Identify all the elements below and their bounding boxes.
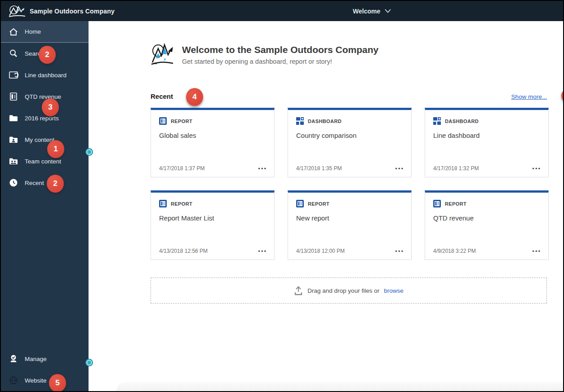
sidebar-item-website[interactable]: Website: [1, 370, 89, 391]
card-title: New report: [296, 214, 403, 222]
clock-icon: [9, 178, 18, 188]
company-logo-icon: [8, 4, 26, 18]
recent-section-header: Recent Show more...: [151, 92, 547, 100]
card-type-label: REPORT: [445, 201, 466, 207]
sidebar-item-manage[interactable]: Manage: [1, 348, 89, 370]
card-menu-ellipsis[interactable]: •••: [258, 166, 267, 172]
sidebar-item-team-content[interactable]: Team content: [1, 150, 89, 172]
sidebar: Home Search Line dashboard: [1, 21, 89, 391]
card-menu-ellipsis[interactable]: •••: [532, 248, 541, 254]
tour-hotspot-manage[interactable]: [85, 359, 93, 366]
sidebar-item-recent[interactable]: Recent: [1, 172, 89, 194]
dashboard-tile-icon: [433, 117, 441, 125]
dashboard-tile-icon: [296, 117, 304, 125]
annotation-badge-my-content: 1: [47, 140, 64, 158]
sidebar-item-label: 2016 reports: [25, 115, 59, 122]
globe-icon: [9, 375, 18, 385]
card-date: 4/17/2018 1:37 PM: [159, 165, 204, 172]
tour-hotspot-content[interactable]: [85, 148, 93, 156]
card-type-label: REPORT: [308, 201, 329, 207]
show-more-link[interactable]: Show more...: [511, 93, 547, 100]
sidebar-item-line-dashboard[interactable]: Line dashboard: [1, 64, 89, 86]
report-icon: [296, 200, 304, 207]
sidebar-item-label: Line dashboard: [25, 72, 67, 79]
annotation-badge-search: 2: [39, 46, 56, 64]
sidebar-item-label: Recent: [25, 180, 44, 186]
card-title: Report Master List: [159, 214, 266, 222]
sidebar-item-label: Home: [25, 28, 41, 35]
annotation-badge-recent-nav: 2: [47, 175, 64, 193]
annotation-badge-website: 5: [49, 374, 66, 392]
welcome-header: Welcome to the Sample Outdoors Company G…: [151, 41, 547, 67]
card-type-label: REPORT: [171, 119, 192, 124]
card-new-report[interactable]: REPORT New report 4/13/2018 12:00 PM •••: [288, 190, 412, 260]
file-dropzone[interactable]: Drag and drop your files or browse: [151, 277, 547, 304]
search-icon: [9, 48, 18, 58]
card-date: 4/13/2018 12:56 PM: [159, 248, 208, 254]
card-menu-ellipsis[interactable]: •••: [258, 248, 267, 254]
card-title: QTD revenue: [433, 214, 540, 222]
sidebar-item-my-content[interactable]: My content: [1, 129, 89, 150]
my-content-icon: [9, 135, 18, 145]
manage-icon: [9, 354, 18, 364]
annotation-badge-recent-section: 4: [186, 88, 203, 106]
card-title: Country comparison: [296, 132, 403, 139]
sidebar-bottom: Manage Website: [1, 348, 89, 391]
welcome-menu-label: Welcome: [353, 8, 380, 15]
sidebar-item-home[interactable]: Home: [1, 21, 89, 43]
report-icon: [433, 200, 441, 207]
page-subtitle: Get started by opening a dashboard, repo…: [182, 58, 378, 65]
card-qtd-revenue[interactable]: REPORT QTD revenue 4/9/2018 3:22 PM •••: [425, 190, 549, 260]
report-icon: [159, 117, 167, 125]
main-area: Welcome to the Sample Outdoors Company G…: [89, 21, 563, 391]
dropzone-text: Drag and drop your files or: [307, 287, 379, 294]
sidebar-item-label: QTD revenue: [25, 93, 61, 100]
welcome-menu-dropdown[interactable]: Welcome: [353, 1, 391, 21]
card-type-label: DASHBOARD: [308, 119, 342, 124]
card-type-label: DASHBOARD: [445, 119, 479, 124]
card-date: 4/13/2018 12:00 PM: [296, 248, 345, 254]
card-date: 4/17/2018 1:32 PM: [433, 165, 479, 172]
app-title: Sample Outdoors Company: [30, 8, 115, 15]
card-report-master-list[interactable]: REPORT Report Master List 4/13/2018 12:5…: [151, 190, 275, 260]
card-type-label: REPORT: [171, 201, 192, 207]
dashboard-icon: [9, 70, 18, 80]
bottom-panel-shadow: [116, 382, 563, 391]
card-title: Global sales: [159, 132, 266, 139]
card-line-dashboard[interactable]: DASHBOARD Line dashboard 4/17/2018 1:32 …: [425, 108, 549, 177]
top-bar: Sample Outdoors Company Welcome: [1, 1, 563, 21]
chevron-down-icon: [385, 9, 391, 13]
company-logo-large-icon: [151, 41, 175, 67]
card-menu-ellipsis[interactable]: •••: [395, 248, 404, 254]
team-content-icon: [9, 156, 18, 166]
app-window: Sample Outdoors Company Welcome Home Sea…: [0, 0, 564, 392]
card-menu-ellipsis[interactable]: •••: [395, 166, 404, 172]
sidebar-item-label: Manage: [25, 356, 47, 362]
welcome-text-block: Welcome to the Sample Outdoors Company G…: [182, 41, 378, 65]
annotation-badge-reports: 3: [42, 98, 59, 116]
card-menu-ellipsis[interactable]: •••: [532, 166, 541, 172]
card-title: Line dashboard: [433, 132, 540, 139]
card-date: 4/17/2018 1:35 PM: [296, 165, 342, 172]
sidebar-item-label: Team content: [25, 158, 61, 165]
recent-cards-grid: REPORT Global sales 4/17/2018 1:37 PM ••…: [151, 108, 547, 260]
home-icon: [9, 27, 18, 37]
page-title: Welcome to the Sample Outdoors Company: [182, 44, 378, 55]
card-date: 4/9/2018 3:22 PM: [433, 248, 476, 254]
browse-link[interactable]: browse: [384, 287, 404, 294]
card-country-comparison[interactable]: DASHBOARD Country comparison 4/17/2018 1…: [288, 108, 412, 177]
report-doc-icon: [9, 92, 18, 101]
sidebar-item-label: Website: [25, 377, 47, 384]
upload-icon: [294, 286, 303, 295]
report-icon: [159, 200, 167, 207]
recent-heading: Recent: [151, 92, 173, 100]
folder-icon: [9, 113, 18, 123]
card-global-sales[interactable]: REPORT Global sales 4/17/2018 1:37 PM ••…: [151, 108, 275, 177]
